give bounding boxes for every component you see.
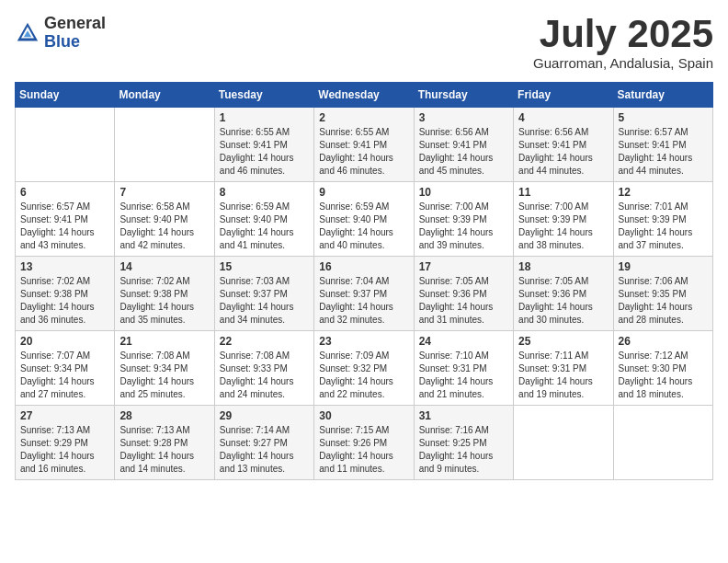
day-info: Sunrise: 6:57 AMSunset: 9:41 PMDaylight:… [20,201,95,250]
day-number: 29 [220,409,309,422]
cell-w2-d7: 12 Sunrise: 7:01 AMSunset: 9:39 PMDaylig… [613,182,712,257]
cell-w5-d6 [514,406,613,480]
weekday-header-row: Sunday Monday Tuesday Wednesday Thursday… [16,83,713,108]
day-number: 26 [619,335,708,348]
day-info: Sunrise: 6:58 AMSunset: 9:40 PMDaylight:… [119,201,194,250]
day-info: Sunrise: 6:59 AMSunset: 9:40 PMDaylight:… [220,201,294,250]
cell-w2-d6: 11 Sunrise: 7:00 AMSunset: 9:39 PMDaylig… [514,182,613,257]
day-info: Sunrise: 7:00 AMSunset: 9:39 PMDaylight:… [419,201,494,250]
day-number: 7 [119,186,209,199]
day-number: 23 [319,335,408,348]
cell-w5-d4: 30 Sunrise: 7:15 AMSunset: 9:26 PMDaylig… [314,406,414,480]
cell-w4-d2: 21 Sunrise: 7:08 AMSunset: 9:34 PMDaylig… [115,331,214,406]
day-number: 19 [619,260,708,273]
cell-w5-d7 [613,406,712,480]
day-number: 12 [619,186,708,199]
logo-icon [15,20,40,46]
logo-general: General [44,15,106,33]
day-info: Sunrise: 7:05 AMSunset: 9:36 PMDaylight:… [419,276,494,325]
day-number: 6 [20,186,109,199]
header-sunday: Sunday [16,83,115,108]
header-saturday: Saturday [613,83,712,108]
day-info: Sunrise: 7:04 AMSunset: 9:37 PMDaylight:… [319,276,393,325]
week-row-3: 13 Sunrise: 7:02 AMSunset: 9:38 PMDaylig… [16,257,713,331]
header-tuesday: Tuesday [214,83,313,108]
header-monday: Monday [115,83,214,108]
day-info: Sunrise: 7:00 AMSunset: 9:39 PMDaylight:… [518,201,593,250]
header-friday: Friday [514,83,613,108]
day-number: 13 [20,260,109,273]
day-number: 17 [419,260,508,273]
day-number: 31 [419,409,508,422]
day-number: 25 [518,335,608,348]
day-info: Sunrise: 7:12 AMSunset: 9:30 PMDaylight:… [619,350,693,399]
cell-w1-d7: 5 Sunrise: 6:57 AMSunset: 9:41 PMDayligh… [613,108,712,182]
day-info: Sunrise: 7:13 AMSunset: 9:28 PMDaylight:… [119,425,194,474]
day-number: 18 [518,260,608,273]
day-number: 10 [419,186,508,199]
cell-w3-d6: 18 Sunrise: 7:05 AMSunset: 9:36 PMDaylig… [514,257,613,331]
logo-text: General Blue [44,15,106,52]
day-number: 22 [220,335,309,348]
day-number: 11 [518,186,608,199]
day-number: 15 [220,260,309,273]
day-info: Sunrise: 7:16 AMSunset: 9:25 PMDaylight:… [419,425,494,474]
cell-w3-d2: 14 Sunrise: 7:02 AMSunset: 9:38 PMDaylig… [115,257,214,331]
logo: General Blue [15,15,106,52]
header-thursday: Thursday [414,83,513,108]
cell-w1-d6: 4 Sunrise: 6:56 AMSunset: 9:41 PMDayligh… [514,108,613,182]
day-info: Sunrise: 6:56 AMSunset: 9:41 PMDaylight:… [419,127,494,176]
cell-w1-d4: 2 Sunrise: 6:55 AMSunset: 9:41 PMDayligh… [314,108,414,182]
week-row-2: 6 Sunrise: 6:57 AMSunset: 9:41 PMDayligh… [16,182,713,257]
day-number: 20 [20,335,109,348]
cell-w5-d2: 28 Sunrise: 7:13 AMSunset: 9:28 PMDaylig… [115,406,214,480]
cell-w5-d3: 29 Sunrise: 7:14 AMSunset: 9:27 PMDaylig… [214,406,313,480]
day-info: Sunrise: 6:57 AMSunset: 9:41 PMDaylight:… [619,127,693,176]
day-info: Sunrise: 6:55 AMSunset: 9:41 PMDaylight:… [319,127,393,176]
cell-w5-d5: 31 Sunrise: 7:16 AMSunset: 9:25 PMDaylig… [414,406,513,480]
day-number: 3 [419,111,508,124]
cell-w5-d1: 27 Sunrise: 7:13 AMSunset: 9:29 PMDaylig… [16,406,115,480]
day-number: 1 [220,111,309,124]
day-info: Sunrise: 7:06 AMSunset: 9:35 PMDaylight:… [619,276,693,325]
day-info: Sunrise: 7:09 AMSunset: 9:32 PMDaylight:… [319,350,393,399]
cell-w1-d3: 1 Sunrise: 6:55 AMSunset: 9:41 PMDayligh… [214,108,313,182]
day-number: 9 [319,186,408,199]
day-number: 30 [319,409,408,422]
page-header: General Blue July 2025 Guarroman, Andalu… [15,15,713,71]
logo-blue: Blue [44,33,106,52]
cell-w3-d3: 15 Sunrise: 7:03 AMSunset: 9:37 PMDaylig… [214,257,313,331]
day-number: 16 [319,260,408,273]
day-info: Sunrise: 7:10 AMSunset: 9:31 PMDaylight:… [419,350,494,399]
cell-w2-d2: 7 Sunrise: 6:58 AMSunset: 9:40 PMDayligh… [115,182,214,257]
day-number: 28 [119,409,209,422]
month-title: July 2025 [533,15,713,53]
day-number: 2 [319,111,408,124]
cell-w3-d7: 19 Sunrise: 7:06 AMSunset: 9:35 PMDaylig… [613,257,712,331]
header-wednesday: Wednesday [314,83,414,108]
day-number: 5 [619,111,708,124]
cell-w4-d4: 23 Sunrise: 7:09 AMSunset: 9:32 PMDaylig… [314,331,414,406]
day-info: Sunrise: 7:14 AMSunset: 9:27 PMDaylight:… [220,425,294,474]
cell-w4-d6: 25 Sunrise: 7:11 AMSunset: 9:31 PMDaylig… [514,331,613,406]
day-info: Sunrise: 6:56 AMSunset: 9:41 PMDaylight:… [518,127,593,176]
calendar-table: Sunday Monday Tuesday Wednesday Thursday… [15,82,713,480]
cell-w3-d4: 16 Sunrise: 7:04 AMSunset: 9:37 PMDaylig… [314,257,414,331]
day-info: Sunrise: 7:15 AMSunset: 9:26 PMDaylight:… [319,425,393,474]
week-row-4: 20 Sunrise: 7:07 AMSunset: 9:34 PMDaylig… [16,331,713,406]
day-info: Sunrise: 7:08 AMSunset: 9:33 PMDaylight:… [220,350,294,399]
cell-w1-d5: 3 Sunrise: 6:56 AMSunset: 9:41 PMDayligh… [414,108,513,182]
day-info: Sunrise: 7:03 AMSunset: 9:37 PMDaylight:… [220,276,294,325]
week-row-1: 1 Sunrise: 6:55 AMSunset: 9:41 PMDayligh… [16,108,713,182]
cell-w3-d1: 13 Sunrise: 7:02 AMSunset: 9:38 PMDaylig… [16,257,115,331]
day-info: Sunrise: 7:02 AMSunset: 9:38 PMDaylight:… [20,276,95,325]
day-number: 24 [419,335,508,348]
week-row-5: 27 Sunrise: 7:13 AMSunset: 9:29 PMDaylig… [16,406,713,480]
cell-w1-d1 [16,108,115,182]
cell-w2-d4: 9 Sunrise: 6:59 AMSunset: 9:40 PMDayligh… [314,182,414,257]
cell-w4-d3: 22 Sunrise: 7:08 AMSunset: 9:33 PMDaylig… [214,331,313,406]
day-info: Sunrise: 7:08 AMSunset: 9:34 PMDaylight:… [119,350,194,399]
cell-w2-d3: 8 Sunrise: 6:59 AMSunset: 9:40 PMDayligh… [214,182,313,257]
location-subtitle: Guarroman, Andalusia, Spain [533,55,713,71]
cell-w4-d5: 24 Sunrise: 7:10 AMSunset: 9:31 PMDaylig… [414,331,513,406]
